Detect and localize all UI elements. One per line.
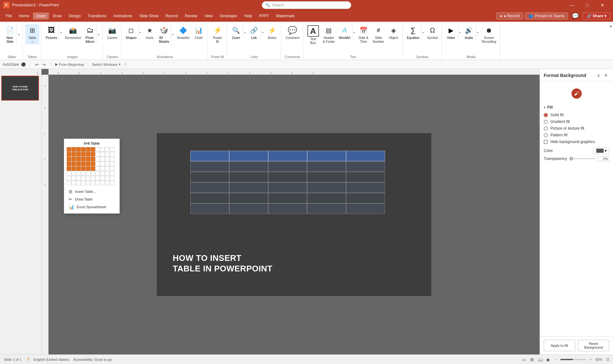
grid-cell[interactable] [86, 176, 90, 180]
grid-cell[interactable] [110, 147, 114, 152]
grid-cell[interactable] [72, 176, 76, 180]
grid-cell[interactable] [67, 162, 71, 166]
icons-button[interactable]: ★ Icons [143, 24, 157, 41]
panel-close-button[interactable]: ✕ [603, 72, 609, 79]
equation-arrow[interactable]: ▾ [421, 24, 425, 41]
view-reading-icon[interactable]: 📖 [538, 357, 543, 362]
grid-cell[interactable] [110, 157, 114, 161]
draw-table-item[interactable]: ✏ Draw Table [67, 195, 117, 203]
gradient-fill-radio[interactable] [544, 120, 548, 124]
grid-cell[interactable] [95, 171, 100, 176]
menu-draw[interactable]: Draw [49, 12, 65, 19]
transparency-thumb[interactable] [570, 157, 573, 160]
slide-number-button[interactable]: # SlideNumber [371, 24, 386, 45]
undo-button[interactable]: ↩ [34, 61, 40, 68]
grid-cell[interactable] [67, 181, 71, 185]
redo-button[interactable]: ↪ [41, 61, 47, 68]
ribbon-collapse-button[interactable]: ▾ [610, 24, 612, 29]
grid-cell[interactable] [95, 157, 100, 161]
grid-cell[interactable] [86, 166, 90, 171]
datetime-button[interactable]: 📅 Date &Time [357, 24, 371, 45]
grid-cell[interactable] [100, 162, 105, 166]
grid-cell[interactable] [76, 162, 81, 166]
hide-bg-graphics-checkbox[interactable] [544, 140, 548, 144]
transparency-value[interactable] [598, 156, 609, 161]
grid-cell[interactable] [67, 176, 71, 180]
grid-cell[interactable] [81, 171, 86, 176]
grid-cell[interactable] [72, 166, 76, 171]
grid-cell[interactable] [100, 152, 105, 156]
grid-cell[interactable] [72, 171, 76, 176]
solid-fill-option[interactable]: Solid fill [544, 113, 609, 117]
grid-cell[interactable] [105, 147, 110, 152]
grid-cell[interactable] [76, 166, 81, 171]
solid-fill-radio[interactable] [544, 113, 548, 117]
audio-button[interactable]: 🔊 Audio ▾ [462, 24, 480, 41]
3d-models-arrow[interactable]: ▾ [171, 24, 175, 45]
grid-cell[interactable] [72, 162, 76, 166]
textbox-button[interactable]: A TextBox [306, 24, 321, 46]
gradient-fill-option[interactable]: Gradient fill [544, 119, 609, 124]
menu-developer[interactable]: Developer [216, 12, 240, 19]
menu-home[interactable]: Home [16, 12, 32, 19]
grid-cell[interactable] [95, 147, 100, 152]
pictures-arrow[interactable]: ▾ [59, 24, 63, 41]
grid-cell[interactable] [100, 181, 105, 185]
grid-cell[interactable] [86, 181, 90, 185]
grid-cell[interactable] [76, 147, 81, 152]
menu-help[interactable]: Help [241, 12, 255, 19]
hide-bg-graphics-option[interactable]: Hide background graphics [544, 140, 609, 144]
comment-button[interactable]: 💬 [570, 12, 581, 20]
wordart-button[interactable]: A WordArt ▾ [337, 24, 356, 41]
from-beginning-button[interactable]: ▶ From Beginning [55, 62, 84, 66]
excel-spreadsheet-item[interactable]: 📊 Excel Spreadsheet [67, 203, 117, 211]
cameo-button[interactable]: 📷 Cameo [105, 24, 119, 41]
grid-cell[interactable] [95, 152, 100, 156]
autosave-toggle[interactable]: ⚫ [21, 62, 26, 67]
close-button[interactable]: ✕ [595, 0, 610, 10]
view-presenter-icon[interactable]: ▶ [547, 357, 550, 362]
grid-cell[interactable] [110, 176, 114, 180]
fit-slide-icon[interactable]: ⊡ [606, 357, 609, 361]
table-grid[interactable] [67, 147, 117, 185]
menu-fppt[interactable]: FPPT [256, 12, 272, 19]
link-arrow[interactable]: ▾ [261, 24, 264, 41]
insert-table-item[interactable]: ⊞ Insert Table... [67, 188, 117, 195]
grid-cell[interactable] [95, 166, 100, 171]
menu-animations[interactable]: Animations [110, 12, 135, 19]
grid-cell[interactable] [72, 147, 76, 152]
view-normal-icon[interactable]: ▭ [522, 357, 526, 362]
fill-section-header[interactable]: ▾ Fill [544, 105, 609, 110]
audio-arrow[interactable]: ▾ [476, 24, 480, 41]
record-button[interactable]: ● ● Record [496, 12, 523, 19]
pattern-fill-option[interactable]: Pattern fill [544, 133, 609, 137]
zoom-out-icon[interactable]: − [554, 358, 556, 361]
powerbi-button[interactable]: ⚡ PowerBI [210, 24, 224, 45]
grid-cell[interactable] [81, 162, 86, 166]
grid-cell[interactable] [81, 166, 86, 171]
grid-cell[interactable] [91, 181, 95, 185]
grid-cell[interactable] [105, 171, 110, 176]
grid-cell[interactable] [100, 176, 105, 180]
minimize-button[interactable]: — [564, 0, 579, 10]
menu-slideshow[interactable]: Slide Show [136, 12, 162, 19]
photo-album-arrow[interactable]: ▾ [97, 24, 101, 45]
grid-cell[interactable] [91, 176, 95, 180]
screenshot-button[interactable]: 📸 Screenshot [63, 24, 83, 41]
switch-windows-button[interactable]: Switch Windows ▾ [92, 62, 121, 66]
equation-button[interactable]: ∑ Equation ▾ [405, 24, 425, 41]
pattern-fill-radio[interactable] [544, 133, 548, 137]
grid-cell[interactable] [95, 162, 100, 166]
slide-table-preview[interactable] [190, 151, 385, 207]
share-button[interactable]: 🔗 Share ▾ [583, 12, 610, 19]
3d-models-button[interactable]: 🎲 3DModels ▾ [157, 24, 175, 45]
more-button[interactable]: ⋮ [123, 62, 128, 67]
shapes-arrow[interactable]: ▾ [138, 24, 142, 41]
grid-cell[interactable] [95, 181, 100, 185]
grid-cell[interactable] [110, 162, 114, 166]
zoom-button[interactable]: 🔍 Zoom ▾ [229, 24, 246, 41]
grid-cell[interactable] [86, 152, 90, 156]
transparency-slider[interactable] [570, 158, 595, 159]
search-box[interactable]: 🔍 Search [262, 1, 351, 9]
color-picker-button[interactable]: ▾ [593, 147, 609, 154]
